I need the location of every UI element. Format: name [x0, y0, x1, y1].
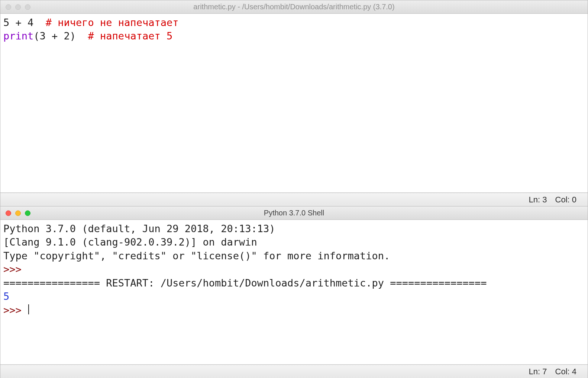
editor-titlebar[interactable]: arithmetic.py - /Users/hombit/Downloads/… — [0, 0, 588, 14]
shell-window-title: Python 3.7.0 Shell — [0, 209, 588, 217]
editor-window: arithmetic.py - /Users/hombit/Downloads/… — [0, 0, 588, 206]
editor-statusbar: Ln: 3 Col: 0 — [0, 193, 588, 206]
editor-window-title: arithmetic.py - /Users/hombit/Downloads/… — [0, 3, 588, 11]
shell-traffic-lights — [6, 210, 30, 216]
code-builtin: print — [3, 30, 33, 42]
shell-prompt: >>> — [3, 304, 28, 316]
shell-banner: Type "copyright", "credits" or "license(… — [3, 250, 390, 262]
minimize-icon[interactable] — [15, 4, 21, 10]
code-expression: 5 + 4 — [3, 17, 46, 28]
close-icon[interactable] — [6, 210, 11, 216]
code-editor-area[interactable]: 5 + 4 # ничего не напечатает print(3 + 2… — [0, 14, 588, 193]
editor-line-indicator: Ln: 3 — [529, 195, 547, 205]
shell-titlebar[interactable]: Python 3.7.0 Shell — [0, 206, 588, 220]
shell-restart-divider: ================ RESTART: /Users/hombit/… — [3, 277, 487, 289]
code-comment: # напечатает 5 — [88, 30, 173, 42]
zoom-icon[interactable] — [25, 210, 30, 216]
editor-col-indicator: Col: 0 — [555, 195, 576, 205]
shell-output-area[interactable]: Python 3.7.0 (default, Jun 29 2018, 20:1… — [0, 220, 588, 365]
shell-col-indicator: Col: 4 — [555, 367, 576, 377]
close-icon[interactable] — [6, 4, 11, 10]
shell-window: Python 3.7.0 Shell Python 3.7.0 (default… — [0, 206, 588, 378]
zoom-icon[interactable] — [25, 4, 30, 10]
code-comment: # ничего не напечатает — [46, 17, 179, 28]
shell-banner: [Clang 9.1.0 (clang-902.0.39.2)] on darw… — [3, 236, 257, 248]
shell-line-indicator: Ln: 7 — [529, 367, 547, 377]
code-call-args: (3 + 2) — [33, 30, 88, 42]
editor-traffic-lights — [6, 4, 30, 10]
shell-stdout: 5 — [3, 291, 9, 302]
shell-prompt: >>> — [3, 263, 28, 275]
minimize-icon[interactable] — [15, 210, 21, 216]
shell-banner: Python 3.7.0 (default, Jun 29 2018, 20:1… — [3, 223, 281, 234]
shell-statusbar: Ln: 7 Col: 4 — [0, 365, 588, 378]
text-cursor-icon — [28, 304, 29, 314]
